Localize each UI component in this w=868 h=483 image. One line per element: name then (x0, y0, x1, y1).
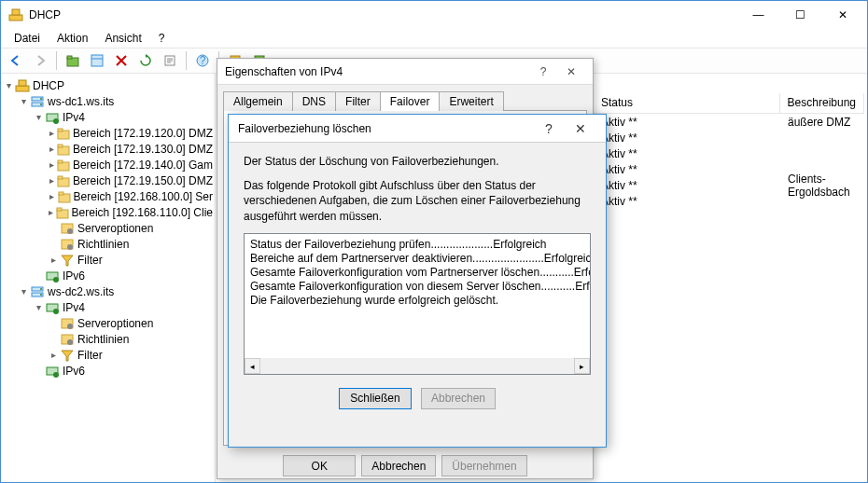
prop-button[interactable] (86, 49, 108, 72)
scope-icon (55, 205, 70, 220)
tree-item[interactable]: Richtlinien (3, 331, 213, 347)
tree-item[interactable]: Filter (3, 252, 213, 268)
prop-cancel-button[interactable]: Abbrechen (361, 455, 436, 476)
tree-item[interactable]: Filter (3, 347, 213, 363)
tree-caret[interactable] (18, 96, 29, 106)
tree-caret[interactable] (33, 112, 44, 122)
del-text1: Der Status der Löschung von Failoverbezi… (244, 154, 591, 169)
forward-button[interactable] (29, 49, 51, 72)
tree-item[interactable]: IPv6 (3, 268, 213, 283)
svg-rect-22 (58, 145, 63, 147)
tree-caret[interactable] (48, 128, 56, 138)
export-button[interactable] (159, 49, 181, 72)
menu-help[interactable]: ? (151, 30, 173, 47)
tree-item[interactable]: Bereich [172.19.150.0] DMZ (3, 172, 213, 188)
del-close-button[interactable]: ✕ (565, 121, 596, 136)
cell-status: Aktiv ** (594, 195, 780, 208)
tree-item[interactable]: Serveroptionen (3, 315, 213, 331)
tree-label: Serveroptionen (76, 222, 153, 235)
prop-close-button[interactable]: ✕ (557, 65, 585, 78)
svg-rect-28 (59, 192, 63, 195)
del-help-button[interactable]: ? (533, 121, 565, 136)
delete-failover-dialog: Failoverbeziehung löschen ? ✕ Der Status… (228, 114, 607, 448)
del-titlebar[interactable]: Failoverbeziehung löschen ? ✕ (229, 115, 606, 143)
tab-erweitert[interactable]: Erweitert (439, 91, 503, 111)
tree-item[interactable]: Bereich [172.19.130.0] DMZ (3, 141, 213, 157)
maximize-button[interactable]: ☐ (779, 2, 821, 29)
server-icon (29, 94, 46, 109)
tree-item[interactable]: ws-dc1.ws.its (3, 93, 213, 109)
tree-item[interactable]: Bereich [192.168.110.0] Clie (3, 204, 213, 220)
dhcp-icon (14, 78, 31, 93)
tab-dns[interactable]: DNS (292, 91, 336, 111)
col-status[interactable]: Status (594, 93, 780, 113)
scroll-track[interactable] (260, 358, 574, 374)
tree-caret[interactable] (48, 144, 56, 154)
up-button[interactable] (62, 49, 84, 72)
opt-icon (59, 332, 76, 347)
del-log[interactable]: Status der Failoverbeziehung prüfen.....… (244, 233, 591, 375)
tree-item[interactable]: Serveroptionen (3, 220, 213, 236)
scroll-right[interactable]: ▸ (574, 358, 590, 374)
tab-allgemein[interactable]: Allgemein (223, 91, 293, 111)
tree-item[interactable]: IPv4 (3, 299, 213, 315)
tree-caret[interactable] (48, 255, 59, 265)
list-row[interactable]: Aktiv ** (594, 145, 864, 161)
tree-item[interactable]: Richtlinien (3, 236, 213, 252)
list-header: Status Beschreibung (594, 93, 864, 114)
scroll-left[interactable]: ◂ (245, 358, 260, 374)
tree-caret[interactable] (48, 175, 56, 186)
tree-item[interactable]: DHCP (3, 77, 213, 93)
tree-label: Filter (76, 254, 103, 267)
col-desc[interactable]: Beschreibung (780, 93, 864, 113)
menu-datei[interactable]: Datei (7, 30, 48, 47)
svg-rect-20 (58, 129, 63, 131)
prop-help-button[interactable]: ? (529, 65, 557, 78)
tree-item[interactable]: ws-dc2.ws.its (3, 283, 213, 299)
del-close-action-button[interactable]: Schließen (339, 388, 412, 409)
svg-point-15 (40, 98, 42, 100)
back-button[interactable] (5, 49, 27, 72)
opt-icon (59, 237, 76, 252)
list-row[interactable]: Aktiv **Clients-Ergoldsbach (594, 177, 864, 193)
tree-item[interactable]: IPv4 (3, 109, 213, 125)
svg-rect-4 (91, 55, 103, 66)
list-row[interactable]: Aktiv ** (594, 130, 864, 145)
svg-rect-11 (16, 86, 29, 91)
prop-apply-button[interactable]: Übernehmen (441, 455, 526, 476)
help-button[interactable]: ? (191, 49, 214, 72)
tree-view[interactable]: DHCPws-dc1.ws.itsIPv4Bereich [172.19.120… (1, 74, 216, 482)
prop-ok-button[interactable]: OK (283, 455, 356, 476)
list-visible-part: Status Beschreibung Aktiv **äußere DMZAk… (594, 93, 864, 209)
svg-point-36 (53, 277, 59, 283)
tree-item[interactable]: Bereich [172.19.140.0] Gam (3, 157, 213, 172)
svg-rect-0 (9, 15, 22, 21)
tree-caret[interactable] (48, 191, 57, 201)
tree-item[interactable]: Bereich [172.19.120.0] DMZ (3, 125, 213, 141)
tree-caret[interactable] (48, 350, 59, 360)
minimize-button[interactable]: — (737, 2, 779, 29)
list-row[interactable]: Aktiv **äußere DMZ (594, 114, 864, 130)
opt-icon (59, 221, 76, 236)
close-button[interactable]: ✕ (821, 2, 863, 29)
tree-caret[interactable] (48, 159, 56, 170)
tree-caret[interactable] (18, 286, 29, 297)
tree-caret[interactable] (48, 207, 55, 217)
prop-tabs: AllgemeinDNSFilterFailoverErweitert (217, 85, 593, 110)
tree-item[interactable]: IPv6 (3, 363, 213, 379)
menu-aktion[interactable]: Aktion (49, 30, 95, 47)
refresh-button[interactable] (134, 49, 157, 72)
svg-point-39 (40, 288, 42, 290)
tree-caret[interactable] (33, 302, 44, 312)
log-hscrollbar[interactable]: ◂ ▸ (245, 358, 590, 374)
tree-label: IPv4 (61, 301, 85, 314)
menu-ansicht[interactable]: Ansicht (97, 30, 148, 47)
tree-caret[interactable] (3, 80, 14, 90)
tab-failover[interactable]: Failover (380, 91, 441, 111)
delete-button[interactable] (110, 49, 133, 72)
tree-item[interactable]: Bereich [192.168.100.0] Ser (3, 188, 213, 204)
del-cancel-button[interactable]: Abbrechen (421, 388, 496, 409)
prop-titlebar[interactable]: Eigenschaften von IPv4 ? ✕ (217, 59, 593, 85)
ipv-icon (44, 110, 61, 125)
tab-filter[interactable]: Filter (335, 91, 381, 111)
